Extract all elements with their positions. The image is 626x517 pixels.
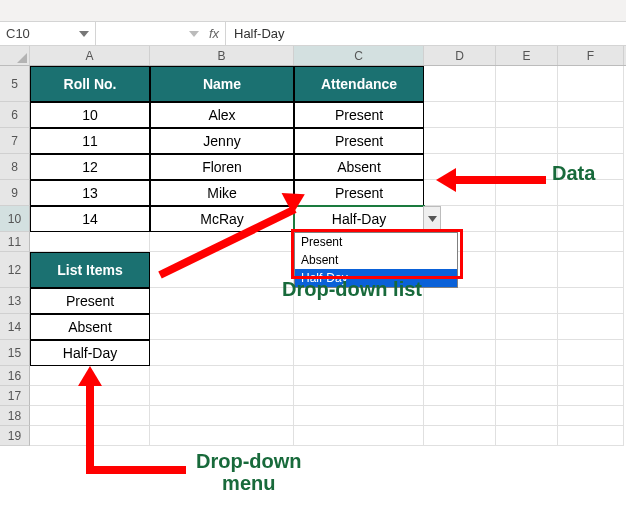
cell[interactable] — [150, 426, 294, 446]
cell[interactable] — [424, 426, 496, 446]
col-header[interactable]: E — [496, 46, 558, 65]
col-header[interactable]: A — [30, 46, 150, 65]
cell-att-selected[interactable]: Half-Day — [294, 206, 424, 232]
cell[interactable] — [294, 406, 424, 426]
cell-att[interactable]: Present — [294, 128, 424, 154]
cell[interactable] — [424, 366, 496, 386]
row-header[interactable]: 7 — [0, 128, 30, 154]
row-header[interactable]: 16 — [0, 366, 30, 386]
cell-roll[interactable]: 10 — [30, 102, 150, 128]
cell[interactable] — [496, 426, 558, 446]
row-header[interactable]: 5 — [0, 66, 30, 102]
cell[interactable] — [558, 340, 624, 366]
cell[interactable] — [424, 406, 496, 426]
cell[interactable] — [558, 288, 624, 314]
col-header[interactable]: B — [150, 46, 294, 65]
cell[interactable] — [558, 252, 624, 288]
cell[interactable] — [150, 406, 294, 426]
cell[interactable] — [294, 340, 424, 366]
cell[interactable] — [496, 128, 558, 154]
cell-roll[interactable]: 11 — [30, 128, 150, 154]
cell[interactable] — [424, 386, 496, 406]
cell[interactable] — [496, 232, 558, 252]
row-header[interactable]: 18 — [0, 406, 30, 426]
row-header[interactable]: 10 — [0, 206, 30, 232]
dropdown-option[interactable]: Present — [295, 233, 457, 251]
cell[interactable] — [150, 340, 294, 366]
cell[interactable] — [424, 102, 496, 128]
table-header-name[interactable]: Name — [150, 66, 294, 102]
cell[interactable] — [558, 206, 624, 232]
fx-icon[interactable]: fx — [209, 26, 219, 41]
col-header[interactable]: F — [558, 46, 624, 65]
cell[interactable] — [558, 386, 624, 406]
col-header[interactable]: C — [294, 46, 424, 65]
cell[interactable] — [496, 366, 558, 386]
list-item[interactable]: Half-Day — [30, 340, 150, 366]
list-items-header[interactable]: List Items — [30, 252, 150, 288]
cell[interactable] — [424, 128, 496, 154]
chevron-down-icon[interactable] — [79, 31, 89, 37]
cell[interactable] — [150, 386, 294, 406]
row-header[interactable]: 12 — [0, 252, 30, 288]
cell[interactable] — [30, 232, 150, 252]
row-header[interactable]: 14 — [0, 314, 30, 340]
cell[interactable] — [294, 366, 424, 386]
formula-input[interactable]: Half-Day — [226, 22, 626, 45]
table-header-roll[interactable]: Roll No. — [30, 66, 150, 102]
row-header[interactable]: 11 — [0, 232, 30, 252]
chevron-down-icon[interactable] — [189, 31, 199, 37]
cell[interactable] — [424, 66, 496, 102]
row-header[interactable]: 17 — [0, 386, 30, 406]
table-header-att[interactable]: Attendance — [294, 66, 424, 102]
cell[interactable] — [150, 288, 294, 314]
row-header[interactable]: 15 — [0, 340, 30, 366]
cell[interactable] — [558, 366, 624, 386]
cell[interactable] — [496, 206, 558, 232]
cell[interactable] — [294, 386, 424, 406]
row-header[interactable]: 9 — [0, 180, 30, 206]
worksheet-grid[interactable]: A B C D E F 5 Roll No. Name Attendance 6… — [0, 46, 626, 446]
cell-att[interactable]: Absent — [294, 154, 424, 180]
cell[interactable] — [496, 314, 558, 340]
cell-att[interactable]: Present — [294, 102, 424, 128]
dropdown-button[interactable] — [423, 206, 441, 232]
cell[interactable] — [496, 102, 558, 128]
list-item[interactable]: Present — [30, 288, 150, 314]
cell-name[interactable]: Alex — [150, 102, 294, 128]
select-all-button[interactable] — [0, 46, 30, 65]
cell[interactable] — [424, 340, 496, 366]
row-header[interactable]: 13 — [0, 288, 30, 314]
cell[interactable] — [558, 406, 624, 426]
cell[interactable] — [558, 66, 624, 102]
dropdown-option[interactable]: Absent — [295, 251, 457, 269]
cell[interactable] — [496, 340, 558, 366]
cell[interactable] — [424, 288, 496, 314]
cell[interactable] — [150, 366, 294, 386]
cell-name[interactable]: Jenny — [150, 128, 294, 154]
cell[interactable] — [496, 66, 558, 102]
row-header[interactable]: 8 — [0, 154, 30, 180]
cell-name[interactable]: Floren — [150, 154, 294, 180]
col-header[interactable]: D — [424, 46, 496, 65]
cell[interactable] — [496, 252, 558, 288]
cell-roll[interactable]: 12 — [30, 154, 150, 180]
cell[interactable] — [558, 232, 624, 252]
cell[interactable] — [294, 314, 424, 340]
name-box[interactable]: C10 — [0, 22, 96, 45]
cell[interactable] — [496, 406, 558, 426]
cell[interactable] — [558, 314, 624, 340]
cell[interactable] — [558, 128, 624, 154]
cell[interactable] — [558, 102, 624, 128]
cell-name[interactable]: Mike — [150, 180, 294, 206]
cell-roll[interactable]: 14 — [30, 206, 150, 232]
list-item[interactable]: Absent — [30, 314, 150, 340]
cell[interactable] — [294, 426, 424, 446]
cell-att[interactable]: Present — [294, 180, 424, 206]
row-header[interactable]: 19 — [0, 426, 30, 446]
cell[interactable] — [424, 314, 496, 340]
cell[interactable] — [496, 288, 558, 314]
cell-roll[interactable]: 13 — [30, 180, 150, 206]
row-header[interactable]: 6 — [0, 102, 30, 128]
cell[interactable] — [150, 314, 294, 340]
